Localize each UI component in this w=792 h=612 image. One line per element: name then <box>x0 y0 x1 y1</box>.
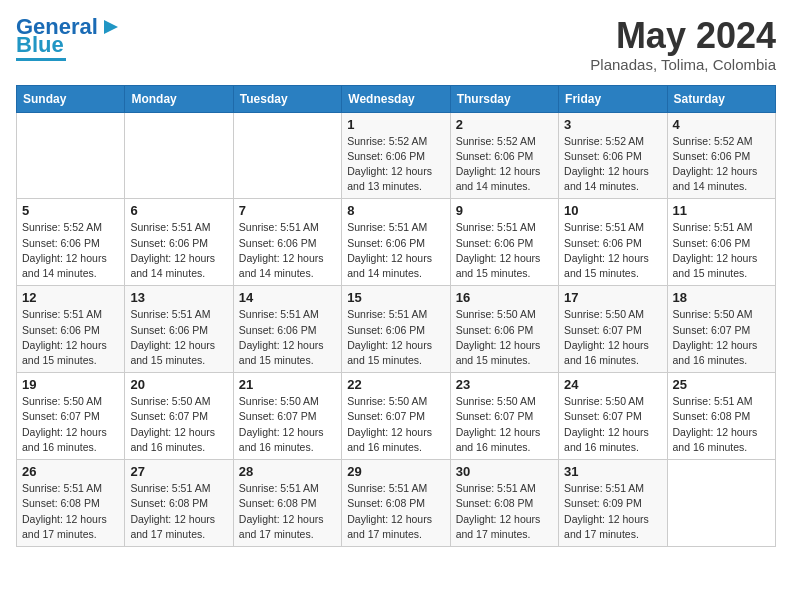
day-number: 9 <box>456 203 553 218</box>
day-cell: 10Sunrise: 5:51 AM Sunset: 6:06 PM Dayli… <box>559 199 667 286</box>
header-row: SundayMondayTuesdayWednesdayThursdayFrid… <box>17 85 776 112</box>
day-cell <box>667 460 775 547</box>
day-info: Sunrise: 5:50 AM Sunset: 6:07 PM Dayligh… <box>22 394 119 455</box>
day-cell: 23Sunrise: 5:50 AM Sunset: 6:07 PM Dayli… <box>450 373 558 460</box>
day-number: 31 <box>564 464 661 479</box>
day-cell: 14Sunrise: 5:51 AM Sunset: 6:06 PM Dayli… <box>233 286 341 373</box>
day-cell: 13Sunrise: 5:51 AM Sunset: 6:06 PM Dayli… <box>125 286 233 373</box>
day-info: Sunrise: 5:51 AM Sunset: 6:08 PM Dayligh… <box>673 394 770 455</box>
day-info: Sunrise: 5:50 AM Sunset: 6:07 PM Dayligh… <box>239 394 336 455</box>
day-info: Sunrise: 5:50 AM Sunset: 6:07 PM Dayligh… <box>564 394 661 455</box>
day-number: 2 <box>456 117 553 132</box>
day-cell: 5Sunrise: 5:52 AM Sunset: 6:06 PM Daylig… <box>17 199 125 286</box>
day-info: Sunrise: 5:50 AM Sunset: 6:07 PM Dayligh… <box>564 307 661 368</box>
month-title: May 2024 <box>590 16 776 56</box>
day-number: 29 <box>347 464 444 479</box>
header-sunday: Sunday <box>17 85 125 112</box>
day-info: Sunrise: 5:51 AM Sunset: 6:08 PM Dayligh… <box>22 481 119 542</box>
week-row-2: 5Sunrise: 5:52 AM Sunset: 6:06 PM Daylig… <box>17 199 776 286</box>
day-info: Sunrise: 5:52 AM Sunset: 6:06 PM Dayligh… <box>673 134 770 195</box>
logo-blue: Blue <box>16 34 64 56</box>
header-saturday: Saturday <box>667 85 775 112</box>
day-number: 4 <box>673 117 770 132</box>
logo-underline <box>16 58 66 61</box>
day-cell: 7Sunrise: 5:51 AM Sunset: 6:06 PM Daylig… <box>233 199 341 286</box>
day-number: 7 <box>239 203 336 218</box>
day-cell: 20Sunrise: 5:50 AM Sunset: 6:07 PM Dayli… <box>125 373 233 460</box>
day-cell: 28Sunrise: 5:51 AM Sunset: 6:08 PM Dayli… <box>233 460 341 547</box>
day-cell: 6Sunrise: 5:51 AM Sunset: 6:06 PM Daylig… <box>125 199 233 286</box>
day-cell: 26Sunrise: 5:51 AM Sunset: 6:08 PM Dayli… <box>17 460 125 547</box>
header-tuesday: Tuesday <box>233 85 341 112</box>
day-info: Sunrise: 5:51 AM Sunset: 6:06 PM Dayligh… <box>564 220 661 281</box>
day-info: Sunrise: 5:51 AM Sunset: 6:08 PM Dayligh… <box>347 481 444 542</box>
day-cell: 16Sunrise: 5:50 AM Sunset: 6:06 PM Dayli… <box>450 286 558 373</box>
header-monday: Monday <box>125 85 233 112</box>
day-cell: 19Sunrise: 5:50 AM Sunset: 6:07 PM Dayli… <box>17 373 125 460</box>
week-row-1: 1Sunrise: 5:52 AM Sunset: 6:06 PM Daylig… <box>17 112 776 199</box>
header-friday: Friday <box>559 85 667 112</box>
day-cell: 31Sunrise: 5:51 AM Sunset: 6:09 PM Dayli… <box>559 460 667 547</box>
day-cell: 3Sunrise: 5:52 AM Sunset: 6:06 PM Daylig… <box>559 112 667 199</box>
calendar-body: 1Sunrise: 5:52 AM Sunset: 6:06 PM Daylig… <box>17 112 776 546</box>
day-number: 14 <box>239 290 336 305</box>
day-cell: 25Sunrise: 5:51 AM Sunset: 6:08 PM Dayli… <box>667 373 775 460</box>
day-info: Sunrise: 5:52 AM Sunset: 6:06 PM Dayligh… <box>22 220 119 281</box>
day-number: 19 <box>22 377 119 392</box>
day-number: 17 <box>564 290 661 305</box>
calendar-header: SundayMondayTuesdayWednesdayThursdayFrid… <box>17 85 776 112</box>
day-number: 22 <box>347 377 444 392</box>
day-number: 27 <box>130 464 227 479</box>
header-wednesday: Wednesday <box>342 85 450 112</box>
day-info: Sunrise: 5:52 AM Sunset: 6:06 PM Dayligh… <box>347 134 444 195</box>
day-cell <box>17 112 125 199</box>
day-info: Sunrise: 5:51 AM Sunset: 6:06 PM Dayligh… <box>673 220 770 281</box>
day-info: Sunrise: 5:51 AM Sunset: 6:08 PM Dayligh… <box>456 481 553 542</box>
day-info: Sunrise: 5:51 AM Sunset: 6:06 PM Dayligh… <box>347 220 444 281</box>
day-number: 28 <box>239 464 336 479</box>
svg-marker-0 <box>104 20 118 34</box>
day-info: Sunrise: 5:51 AM Sunset: 6:09 PM Dayligh… <box>564 481 661 542</box>
day-info: Sunrise: 5:50 AM Sunset: 6:07 PM Dayligh… <box>130 394 227 455</box>
day-info: Sunrise: 5:51 AM Sunset: 6:06 PM Dayligh… <box>239 307 336 368</box>
day-cell: 11Sunrise: 5:51 AM Sunset: 6:06 PM Dayli… <box>667 199 775 286</box>
day-cell: 2Sunrise: 5:52 AM Sunset: 6:06 PM Daylig… <box>450 112 558 199</box>
day-number: 23 <box>456 377 553 392</box>
day-number: 24 <box>564 377 661 392</box>
day-cell: 22Sunrise: 5:50 AM Sunset: 6:07 PM Dayli… <box>342 373 450 460</box>
day-number: 10 <box>564 203 661 218</box>
header-thursday: Thursday <box>450 85 558 112</box>
day-number: 20 <box>130 377 227 392</box>
day-number: 1 <box>347 117 444 132</box>
day-number: 18 <box>673 290 770 305</box>
day-number: 15 <box>347 290 444 305</box>
day-cell: 24Sunrise: 5:50 AM Sunset: 6:07 PM Dayli… <box>559 373 667 460</box>
day-info: Sunrise: 5:50 AM Sunset: 6:07 PM Dayligh… <box>347 394 444 455</box>
day-cell: 30Sunrise: 5:51 AM Sunset: 6:08 PM Dayli… <box>450 460 558 547</box>
week-row-4: 19Sunrise: 5:50 AM Sunset: 6:07 PM Dayli… <box>17 373 776 460</box>
day-info: Sunrise: 5:51 AM Sunset: 6:08 PM Dayligh… <box>130 481 227 542</box>
title-block: May 2024 Planadas, Tolima, Colombia <box>590 16 776 73</box>
day-number: 30 <box>456 464 553 479</box>
day-cell <box>233 112 341 199</box>
day-cell: 17Sunrise: 5:50 AM Sunset: 6:07 PM Dayli… <box>559 286 667 373</box>
day-info: Sunrise: 5:52 AM Sunset: 6:06 PM Dayligh… <box>456 134 553 195</box>
day-number: 13 <box>130 290 227 305</box>
day-cell: 29Sunrise: 5:51 AM Sunset: 6:08 PM Dayli… <box>342 460 450 547</box>
day-info: Sunrise: 5:51 AM Sunset: 6:06 PM Dayligh… <box>239 220 336 281</box>
day-info: Sunrise: 5:50 AM Sunset: 6:07 PM Dayligh… <box>456 394 553 455</box>
day-info: Sunrise: 5:50 AM Sunset: 6:06 PM Dayligh… <box>456 307 553 368</box>
page-header: General Blue May 2024 Planadas, Tolima, … <box>16 16 776 73</box>
day-number: 12 <box>22 290 119 305</box>
day-cell: 1Sunrise: 5:52 AM Sunset: 6:06 PM Daylig… <box>342 112 450 199</box>
day-info: Sunrise: 5:51 AM Sunset: 6:06 PM Dayligh… <box>130 307 227 368</box>
week-row-5: 26Sunrise: 5:51 AM Sunset: 6:08 PM Dayli… <box>17 460 776 547</box>
day-info: Sunrise: 5:51 AM Sunset: 6:06 PM Dayligh… <box>456 220 553 281</box>
day-cell: 18Sunrise: 5:50 AM Sunset: 6:07 PM Dayli… <box>667 286 775 373</box>
day-cell <box>125 112 233 199</box>
day-info: Sunrise: 5:52 AM Sunset: 6:06 PM Dayligh… <box>564 134 661 195</box>
day-cell: 9Sunrise: 5:51 AM Sunset: 6:06 PM Daylig… <box>450 199 558 286</box>
day-number: 11 <box>673 203 770 218</box>
logo: General Blue <box>16 16 122 61</box>
day-cell: 12Sunrise: 5:51 AM Sunset: 6:06 PM Dayli… <box>17 286 125 373</box>
